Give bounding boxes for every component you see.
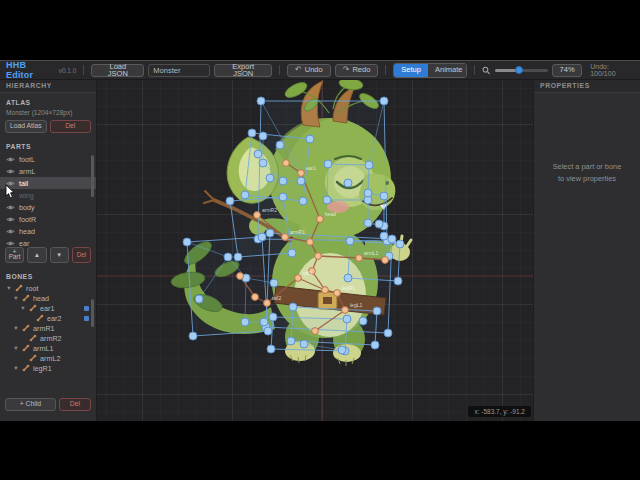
bone-item-armR1[interactable]: ▾armR1 [0,323,96,333]
visibility-eye-icon[interactable] [6,240,15,247]
animate-tab[interactable]: Animate [428,64,467,77]
control-point[interactable] [346,237,354,245]
control-point[interactable] [388,235,396,243]
control-point[interactable] [380,97,388,105]
bone-joint[interactable] [252,294,259,301]
bone-joint[interactable] [334,290,341,297]
bone-joint[interactable] [283,160,290,167]
control-point[interactable] [297,177,305,185]
add-child-bone-button[interactable]: + Child [5,398,56,411]
bone-joint[interactable] [342,307,349,314]
bone-joint[interactable] [322,287,329,294]
delete-atlas-button[interactable]: Del [50,120,92,133]
delete-part-button[interactable]: Del [72,247,91,263]
caret-down-icon[interactable]: ▾ [6,284,12,292]
caret-down-icon[interactable]: ▾ [20,304,26,312]
control-point[interactable] [343,315,351,323]
zoom-slider[interactable] [495,65,548,75]
bone-joint[interactable] [298,170,305,177]
control-point[interactable] [189,332,197,340]
control-point[interactable] [259,132,267,140]
control-point[interactable] [259,159,267,167]
move-part-up-button[interactable]: ▲ [27,247,46,263]
visibility-eye-icon[interactable] [6,204,15,211]
control-point[interactable] [279,177,287,185]
control-point[interactable] [384,329,392,337]
control-point[interactable] [300,340,308,348]
control-point[interactable] [344,274,352,282]
load-atlas-button[interactable]: Load Atlas [5,120,47,133]
control-point[interactable] [323,196,331,204]
control-point[interactable] [279,193,287,201]
visibility-eye-icon[interactable] [6,228,15,235]
bone-joint[interactable] [282,234,289,241]
part-item-body[interactable]: body [0,201,96,213]
add-part-button[interactable]: + Part [5,247,24,263]
canvas-viewport[interactable]: ear1headarmR2armR1armL1tail1legR1tail2le… [97,79,533,421]
bone-joint[interactable] [315,253,322,260]
control-point[interactable] [364,219,372,227]
control-point[interactable] [241,318,249,326]
control-point[interactable] [324,160,332,168]
control-point[interactable] [380,232,388,240]
control-point[interactable] [289,303,297,311]
bone-joint[interactable] [317,216,324,223]
control-point[interactable] [270,279,278,287]
control-point[interactable] [224,253,232,261]
bone-item-ear2[interactable]: ear2 [0,313,96,323]
control-point[interactable] [338,346,346,354]
export-json-button[interactable]: Export JSON [214,64,272,77]
bone-item-legR1[interactable]: ▾legR1 [0,363,96,373]
caret-down-icon[interactable]: ▾ [13,344,19,352]
part-item-footR[interactable]: footR [0,213,96,225]
redo-button[interactable]: ↷ Redo [335,64,379,77]
control-point[interactable] [234,253,242,261]
control-point[interactable] [269,313,277,321]
control-point[interactable] [344,179,352,187]
bone-joint[interactable] [382,257,389,264]
filename-input[interactable] [148,64,210,77]
control-point[interactable] [183,238,191,246]
control-point[interactable] [364,189,372,197]
parts-scrollbar[interactable] [91,155,94,197]
control-point[interactable] [396,240,404,248]
control-point[interactable] [371,341,379,349]
visibility-eye-icon[interactable] [6,156,15,163]
control-point[interactable] [267,345,275,353]
bone-joint[interactable] [295,275,302,282]
bone-item-head[interactable]: ▾head [0,293,96,303]
bone-joint[interactable] [356,255,363,262]
delete-bone-button[interactable]: Del [59,398,91,411]
control-point[interactable] [241,191,249,199]
control-point[interactable] [287,337,295,345]
caret-down-icon[interactable]: ▾ [13,294,19,302]
control-point[interactable] [248,129,256,137]
bone-joint[interactable] [237,273,244,280]
control-point[interactable] [260,318,268,326]
visibility-eye-icon[interactable] [6,168,15,175]
control-point[interactable] [264,327,272,335]
control-point[interactable] [257,97,265,105]
control-point[interactable] [373,307,381,315]
load-json-button[interactable]: Load JSON [91,64,144,77]
control-point[interactable] [365,161,373,169]
bone-joint[interactable] [307,239,314,246]
control-point[interactable] [394,277,402,285]
control-point[interactable] [375,220,383,228]
control-point[interactable] [359,317,367,325]
bones-scrollbar[interactable] [91,299,94,327]
undo-button[interactable]: ↶ Undo [287,64,331,77]
control-point[interactable] [226,197,234,205]
control-point[interactable] [306,135,314,143]
control-point[interactable] [266,174,274,182]
bone-item-armL2[interactable]: armL2 [0,353,96,363]
bone-item-root[interactable]: ▾root [0,283,96,293]
caret-down-icon[interactable]: ▾ [13,324,19,332]
part-item-armL[interactable]: armL [0,165,96,177]
bone-item-armL1[interactable]: ▾armL1 [0,343,96,353]
control-point[interactable] [299,197,307,205]
part-item-head[interactable]: head [0,225,96,237]
control-point[interactable] [195,295,203,303]
control-point[interactable] [258,233,266,241]
visibility-eye-icon[interactable] [6,216,15,223]
